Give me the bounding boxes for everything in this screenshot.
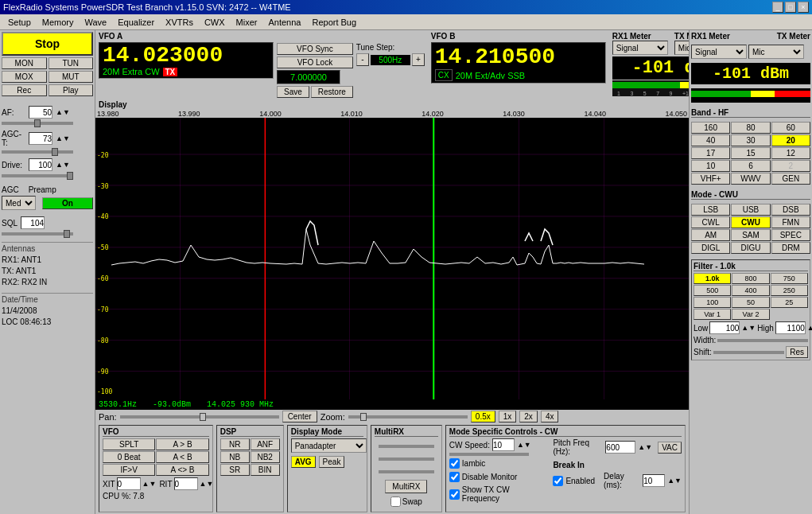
menu-xvtrs[interactable]: XVTRs — [161, 17, 198, 28]
zoom-4-btn[interactable]: 4x — [541, 411, 559, 422]
cw-speed-spin[interactable]: ▲▼ — [517, 441, 531, 449]
band-17[interactable]: 17 — [691, 147, 730, 159]
pitch-freq-input[interactable] — [605, 441, 635, 454]
peak-btn[interactable]: Peak — [319, 456, 345, 468]
high-input[interactable] — [775, 321, 806, 334]
disable-monitor-check[interactable] — [449, 472, 460, 482]
maximize-btn[interactable]: □ — [785, 2, 796, 13]
af-slider[interactable] — [2, 122, 73, 125]
rec-button[interactable]: Rec — [2, 84, 47, 96]
low-input[interactable] — [709, 321, 740, 334]
restore-btn[interactable]: Restore — [311, 86, 353, 98]
band-gen[interactable]: GEN — [771, 173, 810, 185]
multirx-slider2[interactable] — [379, 458, 434, 461]
play-button[interactable]: Play — [49, 84, 94, 96]
mode-cwl[interactable]: CWL — [691, 216, 730, 228]
xit-input[interactable]: 0 — [117, 477, 141, 490]
tx-select-right[interactable]: Mic — [748, 45, 804, 59]
show-freq-check[interactable] — [449, 489, 460, 500]
menu-setup[interactable]: Setup — [3, 17, 36, 28]
multirx-btn[interactable]: MultiRX — [385, 480, 427, 493]
menu-reportbug[interactable]: Report Bug — [307, 17, 361, 28]
nb-btn[interactable]: NB — [220, 451, 250, 463]
af-spin[interactable]: ▲▼ — [56, 108, 70, 116]
cw-speed-input[interactable] — [492, 438, 515, 451]
filter-1k[interactable]: 1.0k — [694, 273, 731, 284]
low-spin[interactable]: ▲▼ — [741, 324, 756, 332]
pitch-spin[interactable]: ▲▼ — [638, 443, 652, 451]
ifv-btn[interactable]: IF>V — [103, 464, 155, 476]
mode-lsb[interactable]: LSB — [691, 204, 730, 216]
filter-var2[interactable]: Var 2 — [732, 309, 769, 320]
freq-input[interactable]: 7.000000 — [277, 70, 340, 84]
band-15[interactable]: 15 — [731, 147, 770, 159]
multirx-slider3[interactable] — [379, 470, 434, 473]
save-btn[interactable]: Save — [277, 86, 309, 98]
vac-btn[interactable]: VAC — [658, 442, 682, 454]
sr-btn[interactable]: SR — [220, 464, 250, 476]
zoom-slider[interactable] — [348, 415, 468, 419]
rx1-meter-select[interactable]: SignalADCOff — [612, 41, 668, 55]
band-20[interactable]: 20 — [771, 134, 810, 146]
multirx-slider1[interactable] — [379, 445, 434, 448]
agc-mode-select[interactable]: MedLowHighFast — [2, 196, 36, 210]
minimize-btn[interactable]: _ — [772, 2, 783, 13]
tx-meter-select[interactable]: MicEQLev — [674, 41, 689, 55]
enabled-check[interactable] — [553, 476, 563, 486]
drive-input[interactable]: 100 — [29, 158, 52, 171]
agct-slider[interactable] — [2, 150, 73, 154]
res-btn[interactable]: Res — [786, 346, 808, 358]
band-10[interactable]: 10 — [691, 160, 730, 172]
pan-slider[interactable] — [120, 415, 279, 419]
vfo-sync-btn[interactable]: VFO Sync — [277, 43, 353, 55]
filter-500[interactable]: 500 — [694, 285, 731, 296]
tune-minus-btn[interactable]: - — [356, 53, 369, 66]
agct-spin[interactable]: ▲▼ — [56, 134, 70, 142]
shift-slider[interactable] — [713, 351, 784, 354]
filter-100[interactable]: 100 — [694, 297, 731, 308]
band-2[interactable]: 2 — [771, 160, 810, 172]
mode-spec[interactable]: SPEC — [771, 229, 810, 241]
display-mode-select[interactable]: PanadapterWaterfallSpectrum — [291, 438, 367, 453]
mode-dsb[interactable]: DSB — [771, 204, 810, 216]
mode-cwu[interactable]: CWU — [731, 216, 770, 228]
vfo-lock-btn[interactable]: VFO Lock — [277, 56, 353, 68]
menu-cwx[interactable]: CWX — [200, 17, 230, 28]
tun-button[interactable]: TUN — [49, 57, 94, 69]
mode-digu[interactable]: DIGU — [731, 242, 770, 254]
filter-250[interactable]: 250 — [771, 285, 808, 296]
band-vhf[interactable]: VHF+ — [691, 173, 730, 185]
beat-btn[interactable]: 0 Beat — [103, 451, 155, 463]
a-ab-btn[interactable]: A <> B — [156, 464, 208, 476]
tune-plus-btn[interactable]: + — [412, 53, 425, 66]
band-160[interactable]: 160 — [691, 122, 730, 134]
rit-input[interactable]: 0 — [174, 477, 198, 490]
preamp-on-button[interactable]: On — [42, 197, 93, 209]
iambic-check[interactable] — [449, 458, 460, 469]
band-80[interactable]: 80 — [731, 122, 770, 134]
a-from-b-btn[interactable]: A < B — [156, 451, 208, 463]
mode-fmn[interactable]: FMN — [771, 216, 810, 228]
zoom-2-btn[interactable]: 2x — [519, 411, 538, 422]
zoom-1-btn[interactable]: 1x — [499, 411, 517, 422]
avg-btn[interactable]: AVG — [291, 456, 316, 468]
filter-50[interactable]: 50 — [732, 297, 769, 308]
band-60[interactable]: 60 — [771, 122, 810, 134]
menu-antenna[interactable]: Antenna — [263, 17, 305, 28]
band-30[interactable]: 30 — [731, 134, 770, 146]
menu-mixer[interactable]: Mixer — [231, 17, 262, 28]
band-40[interactable]: 40 — [691, 134, 730, 146]
agct-input[interactable]: 73 — [29, 132, 52, 145]
drive-spin[interactable]: ▲▼ — [56, 161, 70, 169]
band-6[interactable]: 6 — [731, 160, 770, 172]
xit-spin[interactable]: ▲▼ — [142, 480, 157, 488]
band-wwv[interactable]: WWV — [731, 173, 770, 185]
mut-button[interactable]: MUT — [49, 71, 94, 83]
sql-input[interactable]: 104 — [21, 216, 45, 229]
mode-drm[interactable]: DRM — [771, 242, 810, 254]
center-btn[interactable]: Center — [282, 411, 317, 422]
mon-button[interactable]: MON — [2, 57, 47, 69]
af-input[interactable]: 50 — [29, 106, 52, 119]
bin-btn[interactable]: BIN — [251, 464, 280, 476]
nb2-btn[interactable]: NB2 — [251, 451, 280, 463]
